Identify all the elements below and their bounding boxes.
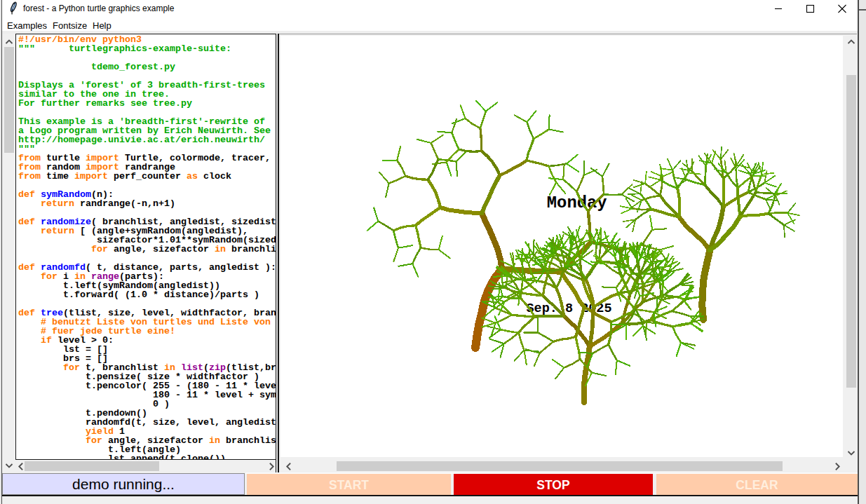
- svg-text:Monday: Monday: [547, 193, 607, 212]
